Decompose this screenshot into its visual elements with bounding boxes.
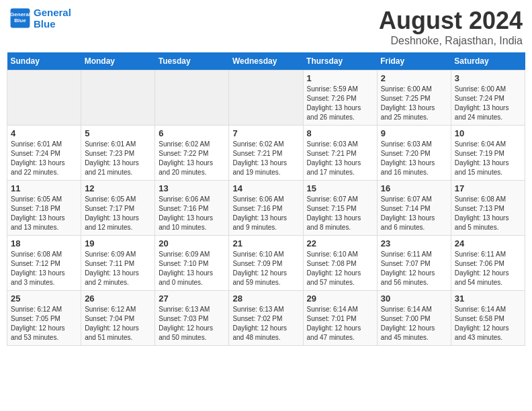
calendar-cell: 16Sunrise: 6:07 AM Sunset: 7:14 PM Dayli… [377, 181, 451, 236]
calendar-cell: 24Sunrise: 6:11 AM Sunset: 7:06 PM Dayli… [451, 236, 525, 291]
svg-text:Blue: Blue [14, 17, 26, 24]
day-info: Sunrise: 6:00 AM Sunset: 7:24 PM Dayligh… [455, 85, 521, 122]
calendar-cell: 22Sunrise: 6:10 AM Sunset: 7:08 PM Dayli… [303, 236, 377, 291]
calendar-cell: 31Sunrise: 6:14 AM Sunset: 6:58 PM Dayli… [451, 291, 525, 346]
day-header: Monday [81, 52, 155, 71]
header: General Blue General Blue August 2024 De… [7, 7, 525, 47]
day-number: 11 [11, 183, 77, 193]
day-number: 24 [455, 238, 521, 248]
day-info: Sunrise: 6:03 AM Sunset: 7:21 PM Dayligh… [307, 140, 373, 177]
day-header: Tuesday [155, 52, 229, 71]
calendar-cell: 21Sunrise: 6:10 AM Sunset: 7:09 PM Dayli… [229, 236, 303, 291]
day-info: Sunrise: 6:10 AM Sunset: 7:08 PM Dayligh… [307, 250, 373, 287]
day-number: 12 [85, 183, 151, 193]
calendar-cell: 17Sunrise: 6:08 AM Sunset: 7:13 PM Dayli… [451, 181, 525, 236]
day-info: Sunrise: 6:14 AM Sunset: 7:01 PM Dayligh… [307, 305, 373, 342]
calendar-cell: 13Sunrise: 6:06 AM Sunset: 7:16 PM Dayli… [155, 181, 229, 236]
day-info: Sunrise: 6:09 AM Sunset: 7:10 PM Dayligh… [159, 250, 225, 287]
calendar-week-row: 25Sunrise: 6:12 AM Sunset: 7:05 PM Dayli… [7, 291, 525, 346]
calendar-cell: 8Sunrise: 6:03 AM Sunset: 7:21 PM Daylig… [303, 126, 377, 181]
calendar-week-row: 11Sunrise: 6:05 AM Sunset: 7:18 PM Dayli… [7, 181, 525, 236]
day-number: 25 [11, 293, 77, 304]
day-info: Sunrise: 6:13 AM Sunset: 7:03 PM Dayligh… [159, 305, 225, 342]
day-number: 10 [455, 128, 521, 138]
day-number: 6 [159, 128, 225, 138]
calendar-cell [81, 71, 155, 126]
day-number: 5 [85, 128, 151, 138]
day-header: Wednesday [229, 52, 303, 71]
day-number: 14 [232, 183, 299, 193]
day-number: 26 [85, 293, 151, 304]
day-number: 9 [381, 128, 447, 138]
svg-text:General: General [10, 11, 30, 17]
day-number: 8 [307, 128, 373, 138]
day-info: Sunrise: 6:01 AM Sunset: 7:24 PM Dayligh… [11, 140, 77, 177]
logo: General Blue General Blue [9, 7, 71, 30]
calendar-cell: 23Sunrise: 6:11 AM Sunset: 7:07 PM Dayli… [377, 236, 451, 291]
day-info: Sunrise: 6:06 AM Sunset: 7:16 PM Dayligh… [232, 195, 299, 232]
day-info: Sunrise: 5:59 AM Sunset: 7:26 PM Dayligh… [307, 85, 373, 122]
calendar-cell: 9Sunrise: 6:03 AM Sunset: 7:20 PM Daylig… [377, 126, 451, 181]
calendar-cell [155, 71, 229, 126]
day-info: Sunrise: 6:05 AM Sunset: 7:17 PM Dayligh… [85, 195, 151, 232]
calendar-cell: 19Sunrise: 6:09 AM Sunset: 7:11 PM Dayli… [81, 236, 155, 291]
day-number: 28 [232, 293, 299, 304]
day-header: Sunday [7, 52, 81, 71]
calendar-cell: 10Sunrise: 6:04 AM Sunset: 7:19 PM Dayli… [451, 126, 525, 181]
day-info: Sunrise: 6:02 AM Sunset: 7:21 PM Dayligh… [232, 140, 299, 177]
calendar-header-row: SundayMondayTuesdayWednesdayThursdayFrid… [7, 52, 525, 71]
day-info: Sunrise: 6:11 AM Sunset: 7:06 PM Dayligh… [455, 250, 521, 287]
day-info: Sunrise: 6:12 AM Sunset: 7:05 PM Dayligh… [11, 305, 77, 342]
day-number: 3 [455, 73, 521, 83]
logo-text: General [34, 7, 71, 18]
day-number: 23 [381, 238, 447, 248]
calendar-cell: 2Sunrise: 6:00 AM Sunset: 7:25 PM Daylig… [377, 71, 451, 126]
day-number: 2 [381, 73, 447, 83]
day-info: Sunrise: 6:11 AM Sunset: 7:07 PM Dayligh… [381, 250, 447, 287]
day-info: Sunrise: 6:08 AM Sunset: 7:12 PM Dayligh… [11, 250, 77, 287]
day-number: 1 [307, 73, 373, 83]
calendar-cell: 27Sunrise: 6:13 AM Sunset: 7:03 PM Dayli… [155, 291, 229, 346]
calendar-cell [7, 71, 81, 126]
day-info: Sunrise: 6:03 AM Sunset: 7:20 PM Dayligh… [381, 140, 447, 177]
calendar-cell: 5Sunrise: 6:01 AM Sunset: 7:23 PM Daylig… [81, 126, 155, 181]
day-info: Sunrise: 6:05 AM Sunset: 7:18 PM Dayligh… [11, 195, 77, 232]
day-header: Thursday [303, 52, 377, 71]
calendar-week-row: 18Sunrise: 6:08 AM Sunset: 7:12 PM Dayli… [7, 236, 525, 291]
calendar-body: 1Sunrise: 5:59 AM Sunset: 7:26 PM Daylig… [7, 71, 525, 346]
day-info: Sunrise: 6:07 AM Sunset: 7:14 PM Dayligh… [381, 195, 447, 232]
day-info: Sunrise: 6:04 AM Sunset: 7:19 PM Dayligh… [455, 140, 521, 177]
day-number: 4 [11, 128, 77, 138]
day-number: 22 [307, 238, 373, 248]
day-number: 20 [159, 238, 225, 248]
calendar-cell: 1Sunrise: 5:59 AM Sunset: 7:26 PM Daylig… [303, 71, 377, 126]
logo-text2: Blue [34, 18, 71, 30]
page-title: August 2024 [379, 7, 523, 35]
calendar-cell: 18Sunrise: 6:08 AM Sunset: 7:12 PM Dayli… [7, 236, 81, 291]
day-number: 13 [159, 183, 225, 193]
day-number: 19 [85, 238, 151, 248]
day-info: Sunrise: 6:06 AM Sunset: 7:16 PM Dayligh… [159, 195, 225, 232]
day-info: Sunrise: 6:07 AM Sunset: 7:15 PM Dayligh… [307, 195, 373, 232]
calendar-week-row: 4Sunrise: 6:01 AM Sunset: 7:24 PM Daylig… [7, 126, 525, 181]
day-info: Sunrise: 6:00 AM Sunset: 7:25 PM Dayligh… [381, 85, 447, 122]
day-number: 15 [307, 183, 373, 193]
day-number: 27 [159, 293, 225, 304]
day-info: Sunrise: 6:09 AM Sunset: 7:11 PM Dayligh… [85, 250, 151, 287]
day-info: Sunrise: 6:12 AM Sunset: 7:04 PM Dayligh… [85, 305, 151, 342]
page-subtitle: Deshnoke, Rajasthan, India [379, 35, 523, 47]
day-number: 30 [381, 293, 447, 304]
logo-icon: General Blue [9, 7, 31, 29]
day-number: 18 [11, 238, 77, 248]
calendar-cell: 6Sunrise: 6:02 AM Sunset: 7:22 PM Daylig… [155, 126, 229, 181]
calendar-cell: 15Sunrise: 6:07 AM Sunset: 7:15 PM Dayli… [303, 181, 377, 236]
calendar-cell: 25Sunrise: 6:12 AM Sunset: 7:05 PM Dayli… [7, 291, 81, 346]
day-info: Sunrise: 6:08 AM Sunset: 7:13 PM Dayligh… [455, 195, 521, 232]
day-number: 17 [455, 183, 521, 193]
calendar-cell: 4Sunrise: 6:01 AM Sunset: 7:24 PM Daylig… [7, 126, 81, 181]
day-info: Sunrise: 6:14 AM Sunset: 7:00 PM Dayligh… [381, 305, 447, 342]
calendar-cell: 3Sunrise: 6:00 AM Sunset: 7:24 PM Daylig… [451, 71, 525, 126]
calendar-cell: 7Sunrise: 6:02 AM Sunset: 7:21 PM Daylig… [229, 126, 303, 181]
calendar-cell: 20Sunrise: 6:09 AM Sunset: 7:10 PM Dayli… [155, 236, 229, 291]
day-header: Saturday [451, 52, 525, 71]
